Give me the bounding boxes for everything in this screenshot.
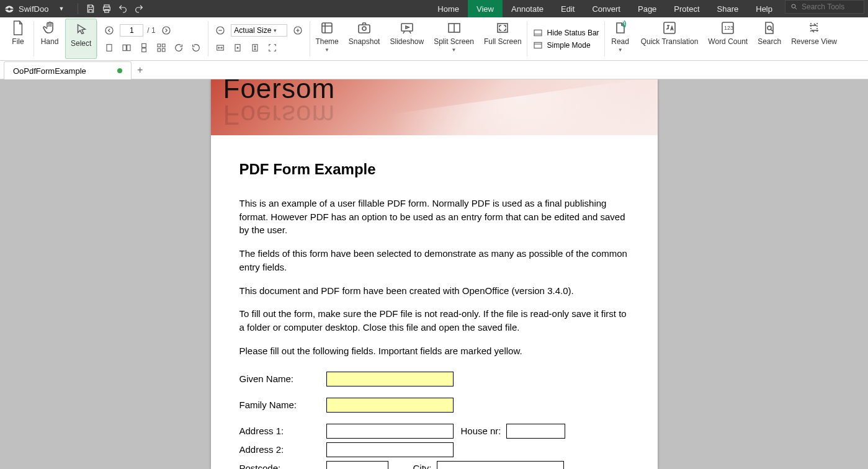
para-4: To fill out the form, make sure the PDF … (239, 307, 629, 334)
document-viewer[interactable]: Foersom Foersom PDF Form Example This is… (0, 79, 868, 469)
rotate-cw-button[interactable] (172, 41, 186, 55)
chevron-down-icon: ▼ (452, 47, 457, 53)
label-given-name: Given Name: (239, 372, 326, 386)
ribbon: File Hand Select / 1 Actual Size (0, 17, 868, 61)
full-screen-button[interactable]: Full Screen (479, 17, 527, 60)
read-button[interactable]: Read ▼ (605, 17, 636, 60)
search-icon (790, 3, 798, 11)
svg-rect-7 (123, 45, 126, 50)
theme-icon (319, 20, 335, 36)
zoom-out-button[interactable] (213, 24, 227, 37)
view-continuous-button[interactable] (137, 41, 151, 55)
menu-edit[interactable]: Edit (552, 0, 583, 17)
chevron-down-icon: ▼ (324, 47, 329, 53)
view-options-group: Hide Status Bar Simple Mode (527, 17, 604, 60)
page-nav-group: / 1 (97, 17, 208, 60)
camera-icon (356, 20, 372, 36)
svg-point-23 (362, 27, 366, 30)
zoom-select[interactable]: Actual Size (231, 24, 287, 37)
simple-mode-button[interactable]: Simple Mode (532, 40, 599, 50)
menu-help[interactable]: Help (747, 0, 781, 17)
zoom-in-button[interactable] (291, 24, 305, 37)
menu-annotate[interactable]: Annotate (503, 0, 552, 17)
last-page-button[interactable] (159, 24, 173, 37)
new-tab-button[interactable]: + (132, 61, 149, 79)
svg-rect-6 (107, 44, 112, 51)
page-total: / 1 (147, 26, 155, 35)
fit-width-button[interactable] (213, 41, 227, 55)
postcode-field[interactable] (326, 461, 388, 469)
svg-rect-8 (127, 45, 130, 50)
label-postcode: Postcode: (239, 462, 326, 469)
theme-button[interactable]: Theme ▼ (310, 17, 343, 60)
para-2: The fields of this form have been select… (239, 247, 629, 274)
menu-view[interactable]: View (468, 0, 503, 17)
given-name-field[interactable] (326, 372, 454, 386)
print-button[interactable] (99, 1, 114, 16)
svg-point-19 (237, 47, 238, 48)
save-button[interactable] (83, 1, 98, 16)
view-facing-button[interactable] (120, 41, 133, 55)
city-field[interactable] (437, 461, 564, 469)
svg-rect-28 (534, 42, 542, 48)
reverse-view-button[interactable]: Reverse View (786, 17, 842, 60)
view-grid-button[interactable] (154, 41, 168, 55)
svg-rect-10 (142, 48, 146, 51)
view-single-button[interactable] (102, 41, 116, 55)
menu-page[interactable]: Page (629, 0, 665, 17)
svg-point-4 (105, 27, 113, 34)
snapshot-button[interactable]: Snapshot (344, 17, 385, 60)
word-count-button[interactable]: 123 Word Count (703, 17, 753, 60)
rotate-ccw-button[interactable] (189, 41, 203, 55)
select-tool-button[interactable]: Select (65, 19, 97, 59)
document-tab[interactable]: OoPdfFormExample (4, 61, 132, 79)
hand-tool-button[interactable]: Hand (34, 17, 65, 60)
para-3: This document and PDF form have been cre… (239, 284, 629, 298)
page-number-input[interactable] (120, 24, 143, 37)
app-menu-caret-icon[interactable]: ▼ (55, 6, 68, 12)
slideshow-button[interactable]: Slideshow (385, 17, 429, 60)
menu-convert[interactable]: Convert (583, 0, 629, 17)
hide-status-bar-button[interactable]: Hide Status Bar (532, 28, 599, 38)
svg-rect-2 (105, 9, 109, 12)
split-icon (446, 20, 462, 36)
document-tab-label: OoPdfFormExample (13, 66, 86, 76)
search-doc-icon (761, 20, 777, 36)
address2-field[interactable] (326, 442, 454, 457)
svg-rect-21 (322, 23, 332, 33)
fit-visible-button[interactable] (266, 41, 279, 55)
pdf-form: Given Name: Family Name: Address 1: Hous… (239, 372, 629, 469)
label-address1: Address 1: (239, 424, 326, 438)
fit-page-button[interactable] (231, 41, 244, 55)
document-tab-bar: OoPdfFormExample + (0, 61, 868, 79)
fullscreen-icon (494, 20, 511, 36)
search-doc-button[interactable]: Search (753, 17, 786, 60)
reverse-icon (806, 20, 822, 36)
menu-home[interactable]: Home (429, 0, 468, 17)
split-screen-button[interactable]: Split Screen ▼ (429, 17, 479, 60)
house-nr-field[interactable] (506, 424, 565, 439)
svg-rect-27 (534, 30, 542, 35)
search-tools[interactable] (785, 0, 864, 14)
address1-field[interactable] (326, 424, 454, 439)
svg-rect-14 (163, 48, 166, 51)
app-logo-icon (4, 3, 15, 14)
file-button[interactable]: File (2, 17, 34, 60)
quick-translation-button[interactable]: Quick Translation (636, 17, 704, 60)
banner: Foersom Foersom (211, 79, 658, 135)
page-heading: PDF Form Example (239, 159, 629, 181)
family-name-field[interactable] (326, 398, 454, 413)
fit-height-button[interactable] (248, 41, 262, 55)
para-1: This is an example of a user fillable PD… (239, 197, 629, 237)
label-address2: Address 2: (239, 443, 326, 457)
speak-icon (612, 20, 629, 36)
svg-rect-12 (163, 44, 166, 47)
svg-rect-22 (359, 25, 370, 33)
para-5: Please fill out the following fields. Im… (239, 344, 629, 358)
search-tools-input[interactable] (802, 2, 857, 11)
redo-button[interactable] (132, 1, 146, 16)
menu-share[interactable]: Share (709, 0, 748, 17)
first-page-button[interactable] (102, 24, 116, 37)
menu-protect[interactable]: Protect (665, 0, 708, 17)
undo-button[interactable] (115, 1, 130, 16)
